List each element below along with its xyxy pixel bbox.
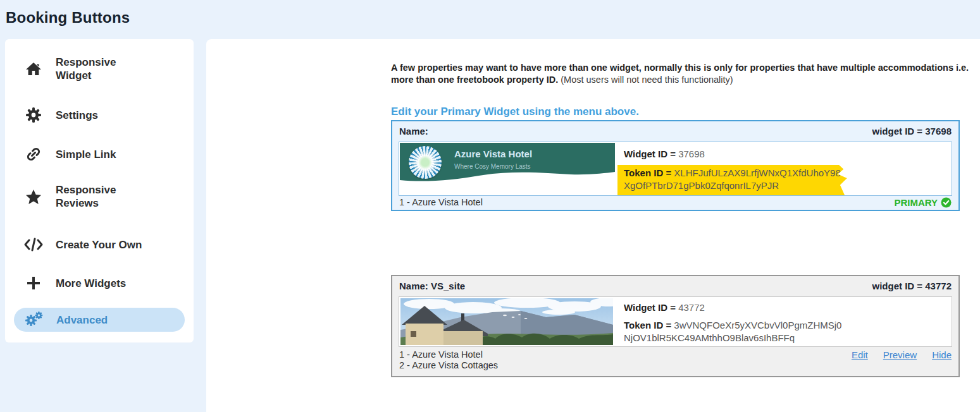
sidebar-item-advanced[interactable]: Advanced [14,308,185,332]
property-list: 1 - Azure Vista Hotel 2 - Azure Vista Co… [399,349,498,371]
widget-id-badge: widget ID = 37698 [872,126,952,136]
widget-id-value: 43772 [678,302,705,313]
home-icon [24,61,43,76]
primary-badge: PRIMARY [894,197,952,208]
widget-banner-preview: Azure Vista Hotel Where Cosy Memory Last… [400,143,615,182]
code-icon [24,238,43,251]
property-item: 2 - Azure Vista Cottages [399,360,498,371]
card-footer: 1 - Azure Vista Hotel 2 - Azure Vista Co… [392,346,958,376]
sidebar-item-label: Simple Link [56,148,116,161]
widget-preview-box: Azure Vista Hotel Where Cosy Memory Last… [399,142,952,196]
widget-actions: Edit Preview Hide [852,349,952,360]
primary-label: PRIMARY [894,197,938,208]
property-item: 1 - Azure Vista Hotel [399,197,483,208]
intro-text: A few properties may want to have more t… [391,62,970,86]
token-id-label: Token ID = [624,167,674,178]
intro-note: (Most users will not need this functiona… [558,75,733,85]
widget-preview-box: Widget ID = 43772 Token ID = 3wVNQFOeXr5… [399,296,952,347]
token-id-label: Token ID = [624,320,674,330]
widget-id-row: Widget ID = 43772 [624,302,948,313]
widget-id-value: 37698 [678,148,705,159]
edit-primary-heading: Edit your Primary Widget using the menu … [391,106,639,118]
sidebar: Responsive Widget Settings Simple Link R… [5,39,194,342]
token-id-line1: XLHFJufULzAX9LrfjWNxQ1XfdUhoY98 [674,167,840,178]
sidebar-item-label: Responsive Reviews [56,183,143,210]
sidebar-item-label: Create Your Own [56,238,142,251]
gear-icon [24,107,43,123]
widget-card-secondary: Name: VS_site widget ID = 43772 [391,275,960,377]
sidebar-item-settings[interactable]: Settings [24,106,182,124]
widget-info: Widget ID = 37698 Token ID = XLHFJufULzA… [624,142,948,195]
page-title: Booking Buttons [6,9,130,27]
sidebar-item-more-widgets[interactable]: More Widgets [24,274,182,292]
edit-link[interactable]: Edit [852,349,868,360]
sidebar-item-label: Advanced [56,313,108,327]
widget-id-label: Widget ID = [624,302,678,313]
card-header: Name: VS_site widget ID = 43772 [392,276,958,295]
card-footer: 1 - Azure Vista Hotel PRIMARY [392,195,958,210]
card-header: Name: widget ID = 37698 [392,121,958,140]
landscape-photo [400,298,613,345]
check-circle-icon [941,197,952,208]
preview-link[interactable]: Preview [883,349,917,360]
sidebar-item-responsive-reviews[interactable]: Responsive Reviews [24,182,182,211]
link-icon [24,146,43,162]
token-id-line1: 3wVNQFOeXr5yXVCbvVl0PgmZHMSj0 [674,320,841,330]
widget-id-badge: widget ID = 43772 [872,281,952,291]
banner-title: Azure Vista Hotel [454,148,532,159]
token-id-line2: XgOfPTbrD71gPbk0ZqfqonrIL7yPJR [624,180,779,191]
gears-icon [25,311,44,329]
main-content: A few properties may want to have more t… [206,39,980,412]
hide-link[interactable]: Hide [932,349,952,360]
widget-id-row: Widget ID = 37698 [624,148,948,159]
property-list: 1 - Azure Vista Hotel [399,197,483,208]
widget-card-primary: Name: widget ID = 37698 Azure Vista Hote… [391,120,960,211]
widget-name-label: Name: [399,126,428,136]
widget-info: Widget ID = 43772 Token ID = 3wVNQFOeXr5… [624,297,948,344]
token-id-row: Token ID = 3wVNQFOeXr5yXVCbvVl0PgmZHMSj0… [624,319,841,344]
sidebar-item-label: Settings [56,109,98,122]
sidebar-item-create-your-own[interactable]: Create Your Own [24,236,182,253]
hotel-logo-icon [409,146,442,179]
sidebar-item-responsive-widget[interactable]: Responsive Widget [24,54,182,83]
widget-name-label: Name: VS_site [399,281,465,291]
sidebar-item-label: Responsive Widget [56,56,143,82]
token-id-highlight: Token ID = XLHFJufULzAX9LrfjWNxQ1XfdUhoY… [617,165,847,195]
sidebar-item-label: More Widgets [56,277,126,290]
widget-id-label: Widget ID = [624,148,678,159]
banner-subtitle: Where Cosy Memory Lasts [454,163,531,170]
star-icon [24,189,43,205]
plus-icon [24,276,43,291]
property-item: 1 - Azure Vista Hotel [399,349,498,360]
token-id-line2: NjOV1blR5KC49AMthhO9Blav6sIhBFFq [624,332,795,343]
sidebar-item-simple-link[interactable]: Simple Link [24,145,182,163]
